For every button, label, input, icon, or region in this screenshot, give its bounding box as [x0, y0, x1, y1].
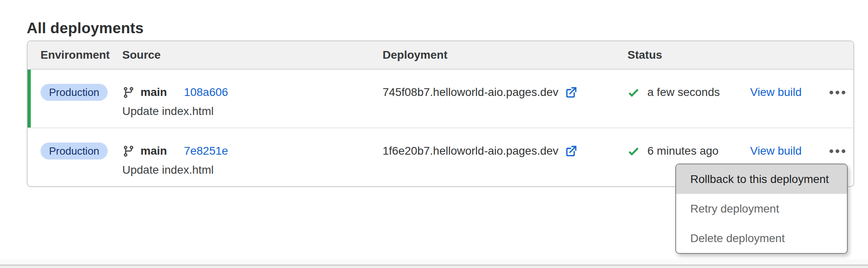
column-header-status: Status — [628, 49, 853, 62]
branch-name: main — [140, 145, 167, 157]
menu-item-retry[interactable]: Retry deployment — [676, 194, 847, 223]
check-icon — [628, 86, 640, 98]
column-header-environment: Environment — [40, 49, 122, 62]
table-header-row: Environment Source Deployment Status — [28, 41, 853, 70]
ellipsis-icon — [830, 149, 833, 153]
menu-item-delete[interactable]: Delete deployment — [676, 223, 847, 253]
deployment-menu-button[interactable] — [830, 142, 845, 160]
row-actions-cell — [830, 142, 853, 160]
deployment-url: 1f6e20b7.helloworld-aio.pages.dev — [383, 145, 558, 157]
status-time: 6 minutes ago — [647, 145, 719, 157]
environment-badge: Production — [40, 143, 108, 160]
external-link-icon[interactable] — [565, 145, 577, 157]
source-cell: main 7e8251e Update index.html — [122, 142, 383, 177]
git-branch-icon — [122, 145, 135, 157]
git-branch-icon — [122, 86, 135, 99]
menu-item-rollback[interactable]: Rollback to this deployment — [676, 164, 847, 194]
environment-cell: Production — [40, 142, 122, 160]
view-build-cell: View build — [750, 142, 830, 160]
deployment-cell: 745f08b7.helloworld-aio.pages.dev — [383, 83, 628, 101]
bottom-divider-edge — [0, 266, 868, 268]
deployment-menu-button[interactable] — [830, 83, 845, 101]
ellipsis-icon — [830, 91, 833, 94]
deployment-url: 745f08b7.helloworld-aio.pages.dev — [383, 86, 558, 99]
external-link-icon[interactable] — [565, 86, 577, 99]
status-time: a few seconds — [647, 86, 720, 99]
environment-cell: Production — [40, 83, 122, 101]
column-header-source: Source — [122, 49, 383, 62]
table-row: Production main 108a606 Update index.htm… — [28, 70, 853, 128]
commit-message: Update index.html — [122, 104, 383, 118]
check-icon — [628, 145, 640, 157]
status-cell: 6 minutes ago — [628, 142, 750, 160]
row-actions-cell — [830, 83, 853, 101]
current-deployment-indicator — [28, 70, 31, 128]
source-cell: main 108a606 Update index.html — [122, 83, 383, 118]
page-title: All deployments — [27, 20, 144, 37]
branch-name: main — [140, 86, 167, 99]
view-build-cell: View build — [750, 83, 830, 101]
column-header-deployment: Deployment — [383, 49, 628, 62]
bottom-divider-band — [0, 259, 868, 264]
environment-badge: Production — [40, 84, 108, 101]
deployment-context-menu: Rollback to this deployment Retry deploy… — [675, 164, 848, 254]
commit-link[interactable]: 108a606 — [184, 86, 228, 99]
commit-link[interactable]: 7e8251e — [184, 145, 228, 157]
status-cell: a few seconds — [628, 83, 750, 101]
view-build-link[interactable]: View build — [750, 86, 802, 99]
view-build-link[interactable]: View build — [750, 145, 802, 157]
deployment-cell: 1f6e20b7.helloworld-aio.pages.dev — [383, 142, 628, 160]
commit-message: Update index.html — [122, 163, 383, 177]
